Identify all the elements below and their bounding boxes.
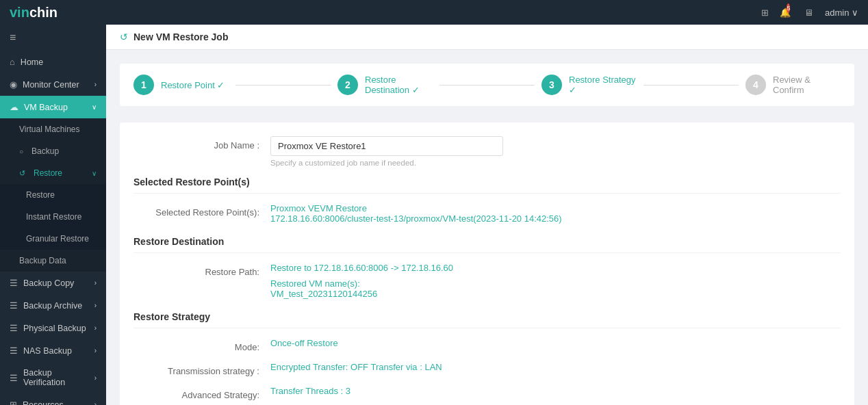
sidebar: ≡ ⌂ Home ◉ Monitor Center › ☁ VM Backup … xyxy=(0,25,106,405)
step-4-label: Review & Confirm xyxy=(773,75,841,95)
sidebar-item-backup-archive[interactable]: ☰ Backup Archive › xyxy=(0,294,106,317)
backup-verification-icon: ☰ xyxy=(10,373,18,383)
physical-backup-icon: ☰ xyxy=(10,323,18,333)
monitor-icon[interactable]: 🖥 xyxy=(803,6,815,18)
step-1-circle: 1 xyxy=(133,75,154,95)
mode-value: Once-off Restore xyxy=(270,338,841,348)
transmission-value: Encrypted Transfer: OFF Transfer via : L… xyxy=(270,362,841,372)
sidebar-label-physical-backup: Physical Backup xyxy=(23,324,86,333)
sidebar-label-instant-restore: Instant Restore xyxy=(26,212,81,222)
mode-row: Mode: Once-off Restore xyxy=(133,338,841,352)
sidebar-label-resources: Resources xyxy=(23,400,64,406)
sidebar-label-virtual-machines: Virtual Machines xyxy=(19,125,80,134)
home-icon: ⌂ xyxy=(10,57,15,67)
nas-backup-arrow-icon: › xyxy=(94,347,97,354)
sidebar-item-restore-sub[interactable]: Restore xyxy=(0,184,106,206)
sidebar-item-backup-copy[interactable]: ☰ Backup Copy › xyxy=(0,272,106,294)
grid-icon[interactable]: ⊞ xyxy=(759,6,771,18)
topbar-right: ⊞ 🔔5 🖥 admin ∨ xyxy=(759,6,858,18)
selected-restore-section: Selected Restore Point(s) Selected Resto… xyxy=(133,177,841,224)
advanced-label: Advanced Strategy: xyxy=(133,386,270,400)
sidebar-item-physical-backup[interactable]: ☰ Physical Backup › xyxy=(0,317,106,339)
restore-destination-section: Restore Destination Restore Path: Restor… xyxy=(133,236,841,299)
restore-arrow-icon: ↺ xyxy=(19,169,25,178)
selected-restore-row: Selected Restore Point(s): Proxmox VEVM … xyxy=(133,203,841,224)
sidebar-item-backup-data[interactable]: Backup Data xyxy=(0,250,106,272)
sidebar-label-restore-sub: Restore xyxy=(26,190,55,200)
step-4-circle: 4 xyxy=(745,75,766,95)
backup-copy-arrow-icon: › xyxy=(94,279,97,287)
sidebar-label-backup-copy: Backup Copy xyxy=(23,278,74,288)
stepper: 1 Restore Point ✓ 2 Restore Destination … xyxy=(120,64,854,106)
step-divider-2 xyxy=(439,85,535,86)
step-3-label: Restore Strategy ✓ xyxy=(569,75,637,95)
restored-vm-name: VM_test_20231120144256 xyxy=(270,289,841,299)
sidebar-item-nas-backup[interactable]: ☰ NAS Backup › xyxy=(0,339,106,362)
sidebar-label-vmbackup: VM Backup xyxy=(24,103,68,112)
logo-chin: chin xyxy=(29,5,58,20)
transmission-row: Transmission strategy : Encrypted Transf… xyxy=(133,362,841,376)
sidebar-item-monitor[interactable]: ◉ Monitor Center › xyxy=(0,73,106,96)
form-card: Job Name : Specify a customized job name… xyxy=(120,122,854,405)
sidebar-restore-submenu: Restore Instant Restore Granular Restore xyxy=(0,184,106,250)
page-header-icon: ↺ xyxy=(120,31,128,42)
step-3-circle: 3 xyxy=(541,75,562,95)
page-title: New VM Restore Job xyxy=(133,31,228,42)
sidebar-item-backup[interactable]: ○ Backup xyxy=(0,140,106,162)
selected-restore-value: Proxmox VEVM Restore 172.18.16.60:8006/c… xyxy=(270,203,841,224)
vmbackup-icon: ☁ xyxy=(10,102,18,112)
content-area: 1 Restore Point ✓ 2 Restore Destination … xyxy=(106,50,868,405)
page-header: ↺ New VM Restore Job xyxy=(106,25,868,50)
step-1-check: ✓ xyxy=(217,80,225,90)
mode-text: Once-off Restore xyxy=(270,338,841,348)
restore-expand-icon: ∨ xyxy=(92,170,97,177)
restored-vm-block: Restored VM name(s): VM_test_20231120144… xyxy=(270,278,841,299)
restore-path-text: Restore to 172.18.16.60:8006 -> 172.18.1… xyxy=(270,263,841,273)
restore-strategy-section: Restore Strategy Mode: Once-off Restore … xyxy=(133,311,841,405)
transmission-label: Transmission strategy : xyxy=(133,362,270,376)
sidebar-item-restore[interactable]: ↺ Restore ∨ xyxy=(0,162,106,184)
sidebar-label-home: Home xyxy=(21,57,43,67)
sidebar-label-monitor: Monitor Center xyxy=(23,80,79,90)
job-name-input[interactable] xyxy=(270,136,503,156)
resources-arrow-icon: › xyxy=(94,401,97,405)
transmission-text: Encrypted Transfer: OFF Transfer via : L… xyxy=(270,362,841,372)
backup-archive-icon: ☰ xyxy=(10,300,18,311)
sidebar-item-granular-restore[interactable]: Granular Restore xyxy=(0,228,106,250)
monitor-arrow-icon: › xyxy=(94,81,97,88)
strategy-section-title: Restore Strategy xyxy=(133,311,841,328)
admin-menu[interactable]: admin ∨ xyxy=(825,8,858,18)
backup-verification-arrow-icon: › xyxy=(94,374,97,382)
step-4: 4 Review & Confirm xyxy=(745,75,841,95)
job-name-value: Specify a customized job name if needed. xyxy=(270,136,841,167)
backup-copy-icon: ☰ xyxy=(10,278,18,288)
step-1: 1 Restore Point ✓ xyxy=(133,75,229,95)
logo-vin: vin xyxy=(10,5,29,20)
sidebar-label-backup-archive: Backup Archive xyxy=(23,301,82,311)
sidebar-label-backup-data: Backup Data xyxy=(19,256,66,265)
step-2: 2 Restore Destination ✓ xyxy=(337,75,433,95)
sidebar-item-backup-verification[interactable]: ☰ Backup Verification › xyxy=(0,362,106,393)
sidebar-item-virtual-machines[interactable]: Virtual Machines xyxy=(0,118,106,140)
monitor-nav-icon: ◉ xyxy=(10,79,17,90)
sidebar-item-resources[interactable]: ⊞ Resources › xyxy=(0,393,106,405)
step-1-label: Restore Point ✓ xyxy=(161,80,225,90)
job-name-row: Job Name : Specify a customized job name… xyxy=(133,136,841,167)
selected-restore-label: Selected Restore Point(s): xyxy=(133,203,270,218)
notification-badge: 5 xyxy=(787,3,790,13)
step-divider-3 xyxy=(643,85,739,86)
physical-backup-arrow-icon: › xyxy=(94,324,97,332)
step-divider-1 xyxy=(235,85,331,86)
sidebar-item-instant-restore[interactable]: Instant Restore xyxy=(0,206,106,228)
sidebar-toggle[interactable]: ≡ xyxy=(0,25,106,51)
mode-label: Mode: xyxy=(133,338,270,352)
bell-icon[interactable]: 🔔5 xyxy=(781,6,793,18)
sidebar-item-home[interactable]: ⌂ Home xyxy=(0,51,106,73)
vmbackup-arrow-icon: ∨ xyxy=(92,103,97,111)
restore-path-label: Restore Path: xyxy=(133,263,270,277)
resources-icon: ⊞ xyxy=(10,400,17,405)
advanced-text: Transfer Threads : 3 xyxy=(270,386,841,396)
sidebar-label-granular-restore: Granular Restore xyxy=(26,234,89,244)
sidebar-label-backup-verification: Backup Verification xyxy=(23,368,89,387)
sidebar-item-vmbackup[interactable]: ☁ VM Backup ∨ xyxy=(0,96,106,118)
